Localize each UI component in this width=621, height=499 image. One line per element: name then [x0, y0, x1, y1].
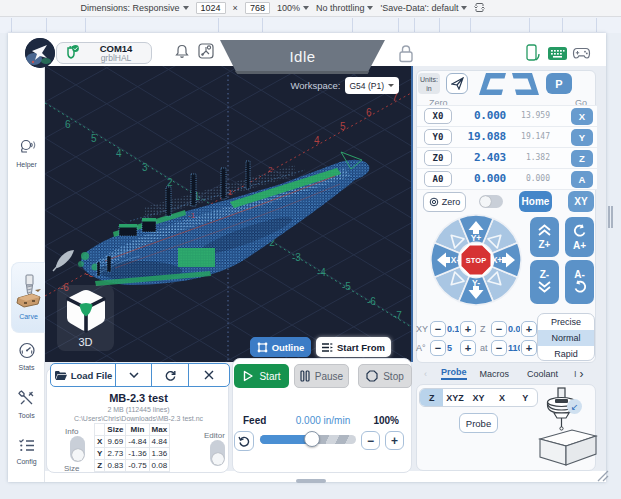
play-icon	[242, 370, 254, 382]
stop-button[interactable]: Stop	[358, 364, 412, 388]
jog-a-minus-button[interactable]: A-	[565, 260, 594, 304]
jog-z-plus-button[interactable]: Z+	[530, 217, 559, 257]
sidebar-item-stats[interactable]: Stats	[8, 342, 45, 371]
go-y-button[interactable]: Y	[571, 129, 593, 146]
tabs-scroll-right-icon[interactable]: ›	[580, 367, 584, 381]
jog-wheel[interactable]: Y+ Y- X- X+ STOP	[416, 213, 536, 309]
send-position-button[interactable]	[446, 73, 468, 94]
file-close-button[interactable]	[188, 364, 229, 386]
probe-axis-x[interactable]: X	[490, 389, 513, 406]
feed-decrease-button[interactable]: −	[361, 431, 380, 450]
devtools-throttling-menu[interactable]: No throttling	[316, 3, 374, 13]
probe-axis-z[interactable]: Z	[420, 389, 443, 406]
devtools-rotate-icon[interactable]	[474, 2, 485, 15]
rate-normal[interactable]: Normal	[538, 330, 594, 346]
go-a-button[interactable]: A	[571, 171, 593, 188]
xy-step-value[interactable]: 0.1	[447, 324, 459, 334]
probe-axis-xyz[interactable]: XYZ	[443, 389, 466, 406]
view-mode-3d-button[interactable]: 3D	[57, 285, 114, 351]
z-step-increase-button[interactable]: +	[521, 321, 537, 337]
tab-coolant[interactable]: Coolant	[527, 369, 558, 379]
sidebar-item-config[interactable]: Config	[8, 438, 45, 465]
jog-a-plus-button[interactable]: A+	[565, 217, 594, 257]
app-logo-globe-icon[interactable]	[25, 38, 55, 68]
a-step-value[interactable]: 5	[447, 343, 459, 353]
tab-probe[interactable]: Probe	[441, 367, 467, 380]
chevron-down-icon	[388, 84, 394, 87]
pause-button[interactable]: Pause	[294, 364, 349, 388]
a-step-increase-button[interactable]: +	[460, 340, 476, 356]
usb-plug-icon	[63, 45, 81, 63]
start-from-button[interactable]: Start From	[316, 337, 391, 357]
lock-icon[interactable]	[398, 44, 414, 67]
feed-slider-thumb[interactable]	[304, 431, 320, 447]
dro-value-z[interactable]: 2.403	[448, 151, 506, 164]
feed-step-increase-button[interactable]: +	[521, 340, 537, 356]
dro-value-y[interactable]: 19.088	[448, 130, 506, 143]
feed-increase-button[interactable]: +	[385, 431, 404, 450]
devtools-zoom-menu[interactable]: 100%	[277, 3, 309, 13]
devtools-savedata-menu[interactable]: 'Save-Data': default	[380, 3, 467, 13]
dro-value-a[interactable]: 0.000	[448, 172, 506, 185]
rate-precise[interactable]: Precise	[538, 314, 594, 330]
rate-rapid[interactable]: Rapid	[538, 346, 594, 361]
feed-slider[interactable]	[260, 435, 356, 444]
folder-icon	[54, 370, 67, 381]
keyboard-icon[interactable]	[548, 46, 567, 64]
outline-button[interactable]: Outline	[250, 337, 311, 357]
workspace-select[interactable]: G54 (P1)	[345, 77, 400, 94]
gamepad-icon[interactable]	[572, 46, 591, 64]
file-dropdown-button[interactable]	[115, 364, 151, 386]
sidebar-item-carve[interactable]: Carve	[11, 262, 45, 333]
probe-axis-xy[interactable]: XY	[467, 389, 490, 406]
z-step-decrease-button[interactable]: −	[491, 321, 507, 337]
goto-xy-button[interactable]: XY	[568, 191, 594, 212]
feed-reset-button[interactable]	[234, 431, 254, 451]
devtools-times-label: ×	[233, 3, 238, 13]
file-reload-button[interactable]	[151, 364, 188, 386]
schematic-icon[interactable]	[198, 43, 214, 63]
toolpath-viewport[interactable]: 6 5 4 3 2 1 -2 -3 -4 -5 -6 -7 4 5 6 7 -5…	[45, 66, 413, 362]
park-button[interactable]: P	[546, 73, 572, 94]
devtools-dimensions-menu[interactable]: Dimensions: Responsive	[81, 3, 189, 13]
xy-step-increase-button[interactable]: +	[460, 321, 476, 337]
sidebar-item-tools[interactable]: Tools	[8, 390, 45, 419]
probe-axis-y[interactable]: Y	[514, 389, 537, 406]
viewport-resize-corner[interactable]	[596, 470, 610, 482]
info-size-toggle[interactable]	[70, 436, 85, 462]
editor-toggle[interactable]	[210, 440, 225, 466]
zero-all-button[interactable]: Zero	[423, 192, 466, 212]
workspace-label: Workspace:	[291, 80, 341, 91]
dro-toggle[interactable]	[479, 195, 503, 208]
load-file-button[interactable]: Load File	[51, 364, 115, 386]
toggle-knob	[212, 453, 224, 465]
tab-macros[interactable]: Macros	[480, 369, 510, 379]
z-step-value[interactable]: 0.05	[508, 324, 520, 334]
probe-button[interactable]: Probe	[459, 413, 498, 433]
dro-actions-row: Zero Home XY	[417, 189, 597, 216]
tabs-scroll-left-icon[interactable]: ‹	[424, 369, 427, 379]
a-step-decrease-button[interactable]: −	[430, 340, 446, 356]
connection-button[interactable]: COM14 grblHAL	[56, 42, 152, 64]
notifications-bell-icon[interactable]	[175, 44, 189, 63]
jog-stop-button[interactable]: STOP	[461, 245, 492, 276]
devtools-height-input[interactable]: 768	[245, 2, 270, 14]
start-button[interactable]: Start	[234, 364, 289, 388]
go-x-button[interactable]: X	[571, 108, 593, 125]
home-button[interactable]: Home	[519, 191, 552, 212]
feed-step-value[interactable]: 110	[508, 343, 520, 353]
devtools-width-input[interactable]: 1024	[196, 2, 226, 14]
dro-machine-x: 13.959	[512, 111, 550, 120]
probe-corner-button[interactable]: ↙	[567, 399, 582, 414]
xy-step-decrease-button[interactable]: −	[430, 321, 446, 337]
go-z-button[interactable]: Z	[571, 150, 593, 167]
viewport-resize-handle-bottom[interactable]	[296, 479, 326, 483]
phone-icon[interactable]	[525, 44, 541, 66]
dro-value-x[interactable]: 0.000	[448, 109, 506, 122]
sidebar-item-helper[interactable]: Helper	[8, 138, 45, 168]
viewport-resize-handle-right[interactable]	[608, 206, 613, 228]
feed-step-decrease-button[interactable]: −	[491, 340, 507, 356]
jog-z-minus-button[interactable]: Z-	[530, 260, 559, 304]
table-row-z: Z0.83-0.750.08	[95, 460, 170, 472]
devtools-ruler	[0, 17, 621, 33]
